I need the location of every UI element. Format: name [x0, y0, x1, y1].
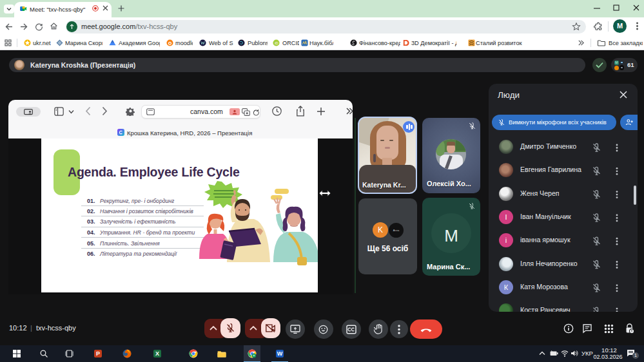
svg-text:iD: iD [275, 41, 278, 45]
